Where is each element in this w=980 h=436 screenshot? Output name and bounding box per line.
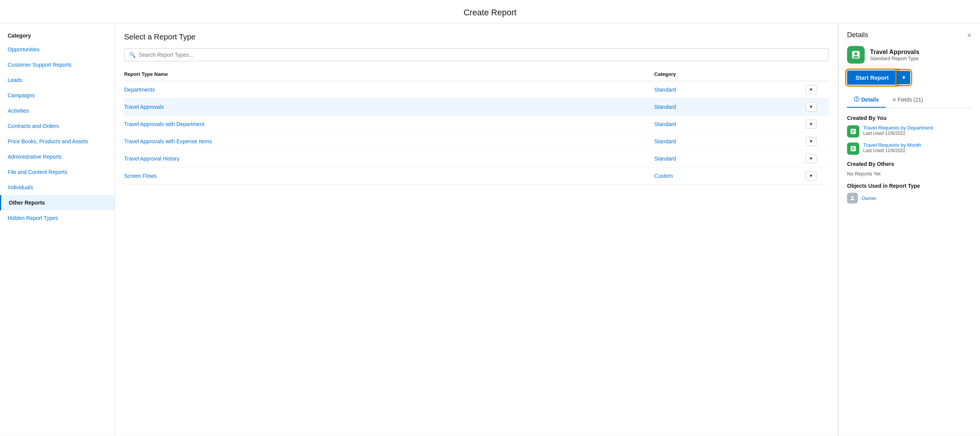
fields-tab-icon: ≡ [893,97,896,103]
report-name-link[interactable]: Travel Approval History [124,156,179,162]
objects-section: Objects Used in Report Type Owner [847,183,972,203]
category-cell: Standard [654,138,676,144]
table-row[interactable]: Travel Approvals with DepartmentStandard… [124,116,829,133]
search-box: 🔍 [124,48,829,61]
col-report-type-name: Report Type Name [124,68,654,81]
sidebar-item-campaigns[interactable]: Campaigns [0,88,115,103]
details-panel-title: Details [847,31,868,39]
details-tab-label: Details [861,97,879,103]
report-name-link[interactable]: Travel Approvals [124,104,164,110]
report-table: Report Type Name Category DepartmentsSta… [124,68,829,185]
tab-fields[interactable]: ≡ Fields (21) [886,93,930,108]
report-link-item: Travel Requests by DepartmentLast Used 1… [847,125,972,138]
sidebar-items-container: OpportunitiesCustomer Support ReportsLea… [0,42,115,226]
table-row[interactable]: DepartmentsStandard▼ [124,81,829,98]
details-panel: Details × Travel Approvals Standard Repo… [838,23,980,436]
search-icon: 🔍 [129,52,136,58]
sidebar-item-customer-support[interactable]: Customer Support Reports [0,57,115,72]
tab-details[interactable]: ⓘ Details [847,93,886,108]
no-reports-text: No Reports Yet [847,171,972,177]
sidebar-item-contracts-orders[interactable]: Contracts and Orders [0,118,115,134]
category-cell: Custom [654,173,673,179]
row-dropdown-button[interactable]: ▼ [806,120,816,129]
report-link-icon [847,143,859,155]
object-icon [847,193,858,203]
report-link-text: Travel Requests by DepartmentLast Used 1… [863,125,933,136]
main-container: Category OpportunitiesCustomer Support R… [0,23,980,436]
report-type-info: Travel Approvals Standard Report Type [870,49,919,61]
sidebar-heading: Category [0,27,115,42]
object-item: Owner [847,193,972,203]
page-title: Create Report [0,0,980,23]
category-cell: Standard [654,104,676,110]
report-link-text: Travel Requests by MonthLast Used 12/6/2… [863,142,921,153]
close-button[interactable]: × [967,31,972,39]
category-cell: Standard [654,156,676,162]
table-row[interactable]: Travel ApprovalsStandard▼ [124,98,829,116]
objects-list: Owner [847,193,972,203]
sidebar-item-leads[interactable]: Leads [0,72,115,88]
col-actions [806,68,829,81]
tab-bar: ⓘ Details ≡ Fields (21) [847,93,972,108]
report-name-link[interactable]: Screen Flows [124,173,157,179]
category-cell: Standard [654,87,676,93]
row-dropdown-button[interactable]: ▼ [806,137,816,146]
start-report-button[interactable]: Start Report [847,70,897,85]
created-by-others-heading: Created By Others [847,161,972,167]
details-content: Created By You Travel Requests by Depart… [847,115,972,203]
sidebar-item-hidden-types[interactable]: Hidden Report Types [0,210,115,226]
report-type-header: Travel Approvals Standard Report Type [847,46,972,64]
created-by-you-heading: Created By You [847,115,972,121]
report-link-date: Last Used 12/6/2022 [863,131,933,136]
report-link-name[interactable]: Travel Requests by Department [863,125,933,131]
table-row[interactable]: Travel Approvals with Expense ItemsStand… [124,133,829,150]
object-name[interactable]: Owner [862,195,876,201]
fields-tab-label: Fields (21) [898,97,923,103]
table-row[interactable]: Screen FlowsCustom▼ [124,167,829,185]
sidebar-item-activities[interactable]: Activities [0,103,115,118]
objects-heading: Objects Used in Report Type [847,183,972,189]
panel-title: Select a Report Type [124,33,829,41]
sidebar-item-individuals[interactable]: Individuals [0,180,115,195]
row-dropdown-button[interactable]: ▼ [806,171,816,180]
sidebar-item-opportunities[interactable]: Opportunities [0,42,115,57]
start-report-area: Start Report ▼ [847,70,972,85]
category-cell: Standard [654,121,676,127]
report-table-body: DepartmentsStandard▼Travel ApprovalsStan… [124,81,829,185]
row-dropdown-button[interactable]: ▼ [806,154,816,163]
sidebar-item-file-content[interactable]: File and Content Reports [0,164,115,180]
report-type-icon [847,46,865,64]
created-by-you-reports: Travel Requests by DepartmentLast Used 1… [847,125,972,155]
details-header: Details × [847,31,972,39]
report-link-item: Travel Requests by MonthLast Used 12/6/2… [847,142,972,155]
row-dropdown-button[interactable]: ▼ [806,85,816,94]
report-name-link[interactable]: Travel Approvals with Expense Items [124,138,212,144]
start-report-dropdown-button[interactable]: ▼ [897,71,910,84]
search-input[interactable] [139,52,824,58]
report-link-icon [847,125,859,138]
sidebar-item-other-reports[interactable]: Other Reports [0,195,115,210]
created-by-others-section: Created By Others No Reports Yet [847,161,972,177]
table-row[interactable]: Travel Approval HistoryStandard▼ [124,150,829,167]
report-link-date: Last Used 12/6/2022 [863,148,921,153]
sidebar: Category OpportunitiesCustomer Support R… [0,23,115,436]
col-category: Category [654,68,806,81]
report-type-name: Travel Approvals [870,49,919,56]
report-name-link[interactable]: Departments [124,87,155,93]
report-type-sub: Standard Report Type [870,56,919,61]
center-panel: Select a Report Type 🔍 Report Type Name … [115,23,838,436]
details-tab-icon: ⓘ [854,96,859,103]
sidebar-item-administrative[interactable]: Administrative Reports [0,149,115,164]
report-name-link[interactable]: Travel Approvals with Department [124,121,205,127]
sidebar-item-price-books[interactable]: Price Books, Products and Assets [0,134,115,149]
report-link-name[interactable]: Travel Requests by Month [863,142,921,148]
row-dropdown-button[interactable]: ▼ [806,102,816,111]
